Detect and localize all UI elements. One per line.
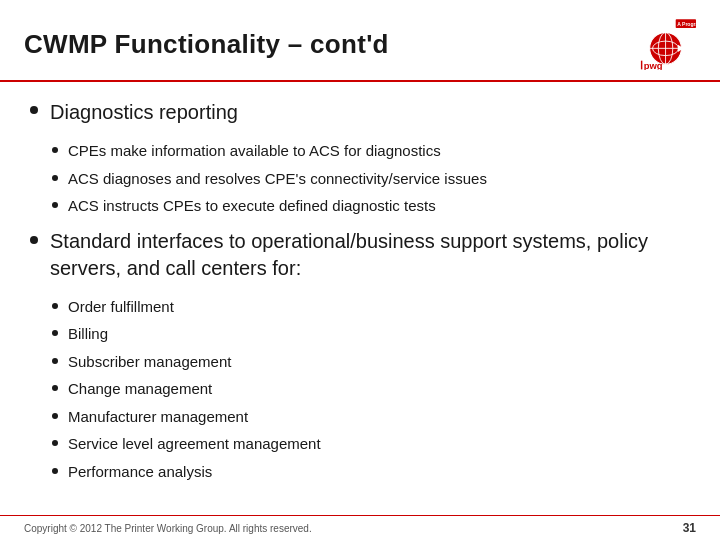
- list-item: Billing: [52, 323, 690, 346]
- standard-item-6: Service level agreement management: [68, 433, 321, 456]
- diagnostics-sub-list: CPEs make information available to ACS f…: [52, 140, 690, 218]
- section-diagnostics: Diagnostics reporting CPEs make informat…: [30, 98, 690, 218]
- list-item: CPEs make information available to ACS f…: [52, 140, 690, 163]
- diagnostics-item-3: ACS instructs CPEs to execute defined di…: [68, 195, 436, 218]
- bullet-dot-icon: [52, 202, 58, 208]
- section-standard: Standard interfaces to operational/busin…: [30, 228, 690, 484]
- pwg-logo-icon: A Program of the IEEE-ISTO pwg: [638, 18, 696, 70]
- svg-text:pwg: pwg: [644, 60, 663, 70]
- diagnostics-item-2: ACS diagnoses and resolves CPE's connect…: [68, 168, 487, 191]
- main-bullet-diagnostics: Diagnostics reporting: [30, 98, 690, 126]
- footer-page-number: 31: [683, 521, 696, 535]
- diagnostics-heading: Diagnostics reporting: [50, 98, 238, 126]
- list-item: Change management: [52, 378, 690, 401]
- list-item: ACS diagnoses and resolves CPE's connect…: [52, 168, 690, 191]
- main-bullet-standard: Standard interfaces to operational/busin…: [30, 228, 690, 282]
- bullet-dot-icon: [52, 468, 58, 474]
- bullet-dot-icon: [52, 440, 58, 446]
- standard-item-2: Billing: [68, 323, 108, 346]
- list-item: Order fulfillment: [52, 296, 690, 319]
- bullet-dot-icon: [52, 303, 58, 309]
- diagnostics-item-1: CPEs make information available to ACS f…: [68, 140, 441, 163]
- slide-title: CWMP Functionality – cont'd: [24, 29, 389, 60]
- standard-item-5: Manufacturer management: [68, 406, 248, 429]
- list-item: Performance analysis: [52, 461, 690, 484]
- list-item: Subscriber management: [52, 351, 690, 374]
- logo-area: A Program of the IEEE-ISTO pwg: [638, 18, 696, 70]
- standard-heading: Standard interfaces to operational/busin…: [50, 228, 690, 282]
- bullet-dot-icon: [52, 385, 58, 391]
- standard-sub-list: Order fulfillment Billing Subscriber man…: [52, 296, 690, 484]
- slide: CWMP Functionality – cont'd A Program of…: [0, 0, 720, 540]
- standard-item-1: Order fulfillment: [68, 296, 174, 319]
- bullet-dot-icon: [30, 236, 38, 244]
- slide-footer: Copyright © 2012 The Printer Working Gro…: [0, 515, 720, 540]
- bullet-dot-icon: [30, 106, 38, 114]
- svg-rect-10: [641, 61, 642, 70]
- standard-item-3: Subscriber management: [68, 351, 231, 374]
- bullet-dot-icon: [52, 330, 58, 336]
- list-item: Service level agreement management: [52, 433, 690, 456]
- standard-item-7: Performance analysis: [68, 461, 212, 484]
- slide-content: Diagnostics reporting CPEs make informat…: [0, 82, 720, 503]
- slide-header: CWMP Functionality – cont'd A Program of…: [0, 0, 720, 82]
- bullet-dot-icon: [52, 413, 58, 419]
- standard-item-4: Change management: [68, 378, 212, 401]
- list-item: ACS instructs CPEs to execute defined di…: [52, 195, 690, 218]
- bullet-dot-icon: [52, 175, 58, 181]
- footer-copyright: Copyright © 2012 The Printer Working Gro…: [24, 523, 312, 534]
- bullet-dot-icon: [52, 147, 58, 153]
- svg-text:A Program of the IEEE-ISTO: A Program of the IEEE-ISTO: [677, 21, 696, 27]
- bullet-dot-icon: [52, 358, 58, 364]
- list-item: Manufacturer management: [52, 406, 690, 429]
